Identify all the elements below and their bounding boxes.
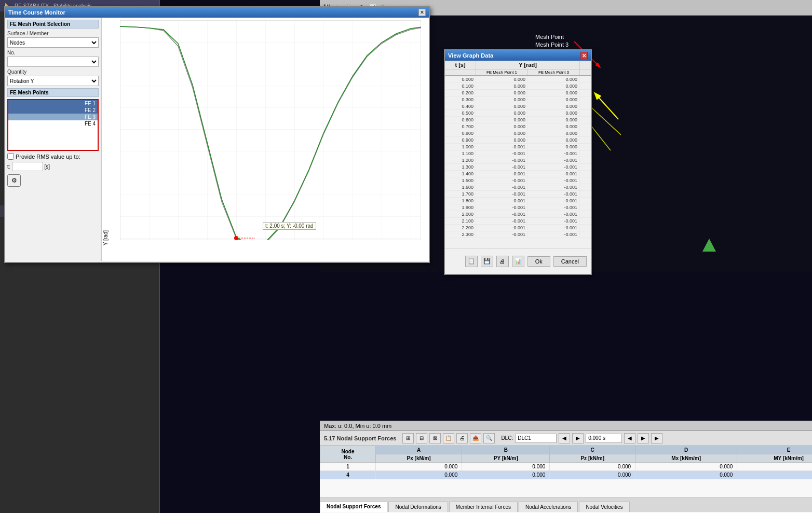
time-nav-2[interactable]: ▶ [638,433,649,443]
vgd-data-row[interactable]: 1.600 -0.001 -0.001 [445,184,591,191]
vgd-scroll-area[interactable]: 0.000 0.000 0.000 0.100 0.000 0.000 0.20… [445,76,591,253]
vgd-data-row[interactable]: 0.100 0.000 0.000 [445,83,591,90]
vgd-t-cell: 0.300 [445,96,476,103]
vgd-data-row[interactable]: 1.300 -0.001 -0.001 [445,164,591,171]
vgd-data-row[interactable]: 0.900 0.000 0.000 [445,137,591,144]
vgd-data-row[interactable]: 0.600 0.000 0.000 [445,117,591,123]
vgd-icon-1[interactable]: 📋 [465,256,478,267]
vgd-data-row[interactable]: 0.500 0.000 0.000 [445,110,591,117]
vgd-t-cell: 1.900 [445,204,476,211]
vgd-data-row[interactable]: 0.800 0.000 0.000 [445,130,591,137]
vgd-titlebar: View Graph Data ✕ [445,50,591,61]
nav-next-btn[interactable]: ▶ [572,433,584,443]
vgd-data-row[interactable]: 1.100 -0.001 -0.001 [445,150,591,157]
table-row[interactable]: 4 0.000 0.000 0.000 0.000 0.000 0.000 [320,471,813,479]
quantity-dropdown[interactable]: Rotation Y [7,76,99,86]
vgd-sub-header: FE Mesh Point 1 FE Mesh Point 3 [445,70,591,76]
vgd-mp1-cell: -0.001 [476,231,528,238]
toolbar-btn-4[interactable]: 📋 [443,433,454,443]
nav-prev-btn[interactable]: ◀ [559,433,570,443]
tab-nodal-support-forces[interactable]: Nodal Support Forces [320,501,387,512]
vgd-t-cell: 1.300 [445,164,476,170]
toolbar-btn-5[interactable]: 🖨 [456,433,468,443]
vgd-data-row[interactable]: 0.200 0.000 0.000 [445,90,591,96]
vgd-content: t [s] Y [rad] FE Mesh Point 1 FE Mesh Po… [445,61,591,258]
vgd-data-row[interactable]: 1.900 -0.001 -0.001 [445,204,591,211]
vgd-mp3-cell: 0.000 [528,90,580,96]
vgd-mp3-cell: 0.000 [528,110,580,116]
fe-item-2[interactable]: FE 2 [8,107,98,114]
vgd-data-row[interactable]: 0.400 0.000 0.000 [445,103,591,110]
rms-label: Provide RMS value up to: [16,154,80,160]
vgd-t-cell: 1.000 [445,144,476,150]
tcm-close-btn[interactable]: ✕ [418,9,426,16]
cancel-button[interactable]: Cancel [553,256,587,267]
vgd-mp1-cell: 0.000 [476,110,528,116]
vgd-data-row[interactable]: 0.700 0.000 0.000 [445,123,591,130]
vgd-t-cell: 0.200 [445,90,476,96]
vgd-t-cell: 0.800 [445,130,476,136]
rms-checkbox[interactable] [7,153,14,160]
mx-cell: 0.000 [635,471,737,479]
pz-header: Pz [kN/m] [550,454,635,463]
tab-nodal-deformations[interactable]: Nodal Deformations [388,502,448,512]
vgd-data-row[interactable]: 1.800 -0.001 -0.001 [445,198,591,204]
vgd-icon-2[interactable]: 💾 [481,256,493,267]
vgd-mp3-cell: 0.000 [528,137,580,143]
vgd-data-row[interactable]: 2.100 -0.001 -0.001 [445,218,591,225]
col-c-header: C [550,446,635,454]
vgd-mp3-cell: -0.001 [528,204,580,211]
table-row[interactable]: 1 0.000 0.000 0.000 0.000 0.000 0.000 [320,463,813,471]
no-dropdown[interactable] [7,57,99,67]
surface-dropdown[interactable]: Nodes [7,37,99,48]
vgd-icon-4[interactable]: 📊 [512,256,524,267]
vgd-data-row[interactable]: 0.300 0.000 0.000 [445,96,591,103]
my-cell: 0.000 [737,463,812,471]
tcm-settings-btn[interactable]: ⚙ [7,174,21,187]
vgd-data-row[interactable]: 2.200 -0.001 -0.001 [445,225,591,231]
rms-t-input[interactable] [12,162,43,171]
vgd-data-row[interactable]: 2.300 -0.001 -0.001 [445,231,591,238]
col-b-header: B [462,446,550,454]
vgd-mp3-cell: -0.001 [528,198,580,204]
vgd-mp1-cell: -0.001 [476,204,528,211]
vgd-data-row[interactable]: 1.200 -0.001 -0.001 [445,157,591,164]
vgd-t-cell: 0.100 [445,83,476,89]
toolbar-btn-6[interactable]: 📤 [470,433,481,443]
toolbar-btn-2[interactable]: ⊟ [416,433,427,443]
vgd-data-row[interactable]: 1.000 -0.001 0.000 [445,144,591,150]
tab-nodal-velocities[interactable]: Nodal Velocities [579,502,629,512]
fe-item-4[interactable]: FE 4 [8,120,98,127]
vgd-icon-3[interactable]: 🖨 [496,256,509,267]
vgd-mp3-cell: -0.001 [528,191,580,197]
time-nav-1[interactable]: ◀ [624,433,635,443]
toolbar-btn-3[interactable]: ⊠ [429,433,441,443]
py-cell: 0.000 [462,463,550,471]
ok-button[interactable]: Ok [527,256,550,267]
fe-item-3[interactable]: FE 3 [8,114,98,120]
vgd-mp1-cell: 0.000 [476,117,528,123]
vgd-data-row[interactable]: 1.400 -0.001 -0.001 [445,171,591,177]
vgd-close-btn[interactable]: ✕ [580,52,588,59]
vgd-data-row[interactable]: 1.500 -0.001 -0.001 [445,177,591,184]
vgd-data-row[interactable]: 1.700 -0.001 -0.001 [445,191,591,198]
bottom-toolbar: 5.17 Nodal Support Forces ⊞ ⊟ ⊠ 📋 🖨 📤 🔍 … [320,431,812,446]
vgd-mp1-cell: -0.001 [476,164,528,170]
fe-item-1[interactable]: FE 1 [8,100,98,107]
load-case-input[interactable] [515,434,557,443]
time-input[interactable] [586,434,622,443]
py-header: PY [kN/m] [462,454,550,463]
toolbar-btn-7[interactable]: 🔍 [483,433,495,443]
vgd-t-cell: 2.100 [445,218,476,224]
tab-nodal-accelerations[interactable]: Nodal Accelerations [519,502,578,512]
toolbar-btn-1[interactable]: ⊞ [402,433,414,443]
tab-member-internal-forces[interactable]: Member Internal Forces [449,502,518,512]
vgd-data-row[interactable]: 0.000 0.000 0.000 [445,76,591,83]
vgd-mp3-cell: -0.001 [528,218,580,224]
vgd-col1-header: t [s] [445,61,476,69]
svg-marker-5 [702,239,716,252]
vgd-data-row[interactable]: 2.000 -0.001 -0.001 [445,211,591,218]
anim-btn[interactable]: ▶ [651,433,662,443]
time-course-monitor-window: Time Course Monitor ✕ FE Mesh Point Sele… [4,6,430,263]
mx-header: Mx [kNm/m] [635,454,737,463]
